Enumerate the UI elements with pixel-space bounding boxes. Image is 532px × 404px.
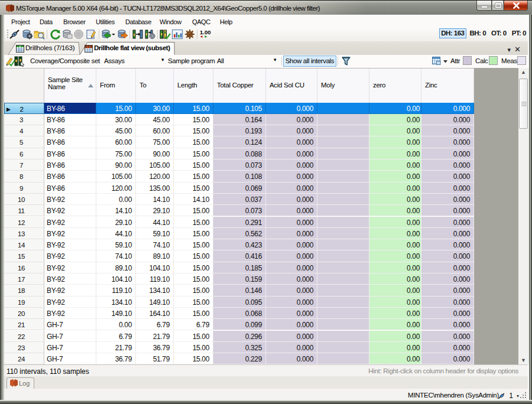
svg-text:1.00: 1.00 — [200, 29, 211, 35]
